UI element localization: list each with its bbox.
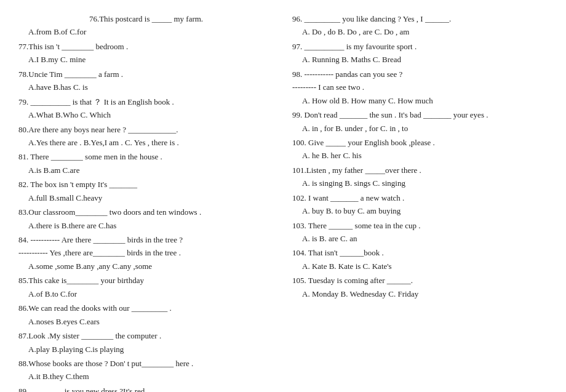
page-container: 76.This postcard is _____ my farm. A.fro… [18, 12, 548, 392]
q101-options: A. is singing B. sings C. singing [292, 177, 548, 190]
q99-text: 99. Don't read _______ the sun . It's ba… [292, 108, 548, 121]
q96-text: 96. _________ you like dancing ? Yes , I… [292, 12, 548, 25]
q76-text: 76.This postcard is _____ my farm. [18, 12, 274, 25]
q81-text: 81. There ________ some men in the house… [18, 150, 274, 163]
q83-options: A.there is B.there are C.has [18, 219, 274, 232]
q87-text: 87.Look .My sister ________ the computer… [18, 329, 274, 342]
q77-options: A.I B.my C. mine [18, 53, 274, 66]
q97-text: 97. __________ is my favourite sport . [292, 40, 548, 53]
q86-text: 86.We can read the dooks with our ______… [18, 302, 274, 314]
q98-options: A. How old B. How many C. How much [292, 94, 548, 107]
q79-text: 79. __________ is that ？ It is an Englis… [18, 95, 274, 108]
question-83: 83.Our classroom________ two doors and t… [18, 206, 274, 232]
question-87: 87.Look .My sister ________ the computer… [18, 329, 274, 356]
q102-options: A. buy B. to buy C. am buying [292, 204, 548, 217]
q77-text: 77.This isn 't ________ bedroom . [18, 40, 274, 53]
q101-text: 101.Listen , my father _____over there . [292, 164, 548, 177]
question-80: 80.Are there any boys near here ? ______… [18, 123, 274, 150]
q104-options: A. Kate B. Kate is C. Kate's [292, 260, 548, 273]
question-96: 96. _________ you like dancing ? Yes , I… [292, 12, 548, 39]
q76-options: A.from B.of C.for [18, 25, 274, 38]
q88-text: 88.Whose books are those ? Don' t put___… [18, 357, 274, 370]
question-89: 89. ________ is you new dress ?It's red … [18, 385, 274, 392]
q84-text2: ----------- Yes ,there are________ birds… [18, 246, 274, 259]
question-98: 98. ----------- pandas can you see ? ---… [292, 68, 548, 107]
q103-text: 103. There ______ some tea in the cup . [292, 219, 548, 232]
q105-text: 105. Tuesday is coming after ______. [292, 274, 548, 287]
question-84: 84. ----------- Are there ________ birds… [18, 233, 274, 273]
q96-options: A. Do , do B. Do , are C. Do , am [292, 25, 548, 38]
q84-text1: 84. ----------- Are there ________ birds… [18, 233, 274, 246]
question-85: 85.This cake is________ your birthday A.… [18, 274, 274, 300]
q88-options: A.it B.they C.them [18, 370, 274, 383]
q103-options: A. is B. are C. an [292, 232, 548, 245]
q85-options: A.of B.to C.for [18, 287, 274, 300]
q78-text: 78.Uncie Tim ________ a farm . [18, 68, 274, 81]
q79-options: A.What B.Who C. Which [18, 108, 274, 121]
q84-options: A.some ,some B.any ,any C.any ,some [18, 260, 274, 273]
question-79: 79. __________ is that ？ It is an Englis… [18, 95, 274, 122]
question-88: 88.Whose books are those ? Don' t put___… [18, 357, 274, 383]
q98-text2: --------- I can see two . [292, 81, 548, 94]
question-81: 81. There ________ some men in the house… [18, 150, 274, 177]
question-86: 86.We can read the dooks with our ______… [18, 302, 274, 328]
q100-options: A. he B. her C. his [292, 149, 548, 162]
question-105: 105. Tuesday is coming after ______. A. … [292, 274, 548, 300]
q80-text: 80.Are there any boys near here ? ______… [18, 123, 274, 136]
q104-text: 104. That isn't ______book . [292, 246, 548, 259]
q85-text: 85.This cake is________ your birthday [18, 274, 274, 287]
q78-options: A.have B.has C. is [18, 81, 274, 94]
q97-options: A. Running B. Maths C. Bread [292, 53, 548, 66]
question-100: 100. Give _____ your English book ,pleas… [292, 136, 548, 162]
question-77: 77.This isn 't ________ bedroom . A.I B.… [18, 40, 274, 66]
right-column: 96. _________ you like dancing ? Yes , I… [292, 12, 548, 392]
question-102: 102. I want _______ a new watch . A. buy… [292, 191, 548, 218]
question-82: 82. The box isn 't empty It's _______ A.… [18, 178, 274, 204]
question-78: 78.Uncie Tim ________ a farm . A.have B.… [18, 68, 274, 94]
q82-options: A.full B.small C.heavy [18, 191, 274, 204]
q100-text: 100. Give _____ your English book ,pleas… [292, 136, 548, 149]
q98-text1: 98. ----------- pandas can you see ? [292, 68, 548, 81]
q86-options: A.noses B.eyes C.ears [18, 315, 274, 328]
question-104: 104. That isn't ______book . A. Kate B. … [292, 246, 548, 273]
q80-options: A.Yes there are . B.Yes,I am . C. Yes , … [18, 136, 274, 149]
q81-options: A.is B.am C.are [18, 164, 274, 177]
q102-text: 102. I want _______ a new watch . [292, 191, 548, 204]
left-column: 76.This postcard is _____ my farm. A.fro… [18, 12, 274, 392]
q99-options: A. in , for B. under , for C. in , to [292, 122, 548, 135]
question-103: 103. There ______ some tea in the cup . … [292, 219, 548, 246]
question-97: 97. __________ is my favourite sport . A… [292, 40, 548, 66]
question-101: 101.Listen , my father _____over there .… [292, 164, 548, 190]
q83-text: 83.Our classroom________ two doors and t… [18, 206, 274, 218]
question-76: 76.This postcard is _____ my farm. A.fro… [18, 12, 274, 39]
question-99: 99. Don't read _______ the sun . It's ba… [292, 108, 548, 135]
q82-text: 82. The box isn 't empty It's _______ [18, 178, 274, 191]
q89-text: 89. ________ is you new dress ?It's red … [18, 385, 274, 392]
q87-options: A.play B.playing C.is playing [18, 343, 274, 356]
q105-options: A. Monday B. Wednesday C. Friday [292, 287, 548, 300]
